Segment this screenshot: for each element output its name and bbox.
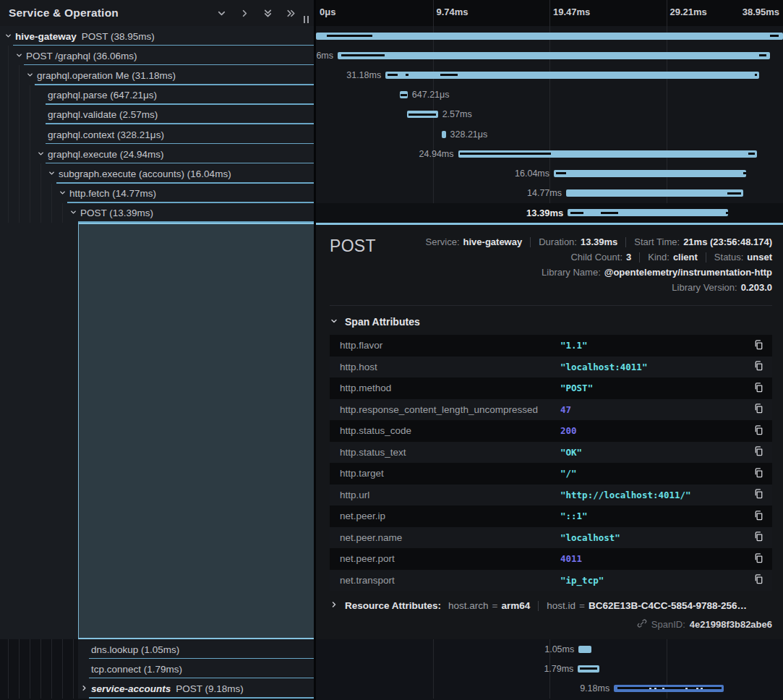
span-tree-row[interactable]: dns.lookup (1.05ms) xyxy=(0,639,314,659)
child-span-marker xyxy=(341,54,385,56)
span-timeline-row[interactable]: 9.18ms xyxy=(316,678,783,698)
resource-value: arm64 xyxy=(501,600,530,611)
meta-value: @opentelemetry/instrumentation-http xyxy=(604,267,772,278)
span-timeline-row[interactable]: 328.21μs xyxy=(316,124,783,144)
column-resize-handle[interactable] xyxy=(304,16,309,23)
chevron-down-icon[interactable] xyxy=(37,148,45,161)
resource-key: host.id xyxy=(547,600,576,611)
child-span-marker xyxy=(726,212,728,214)
copy-button[interactable] xyxy=(745,552,772,565)
link-icon[interactable] xyxy=(637,618,647,631)
span-tree-row[interactable]: POST /graphql (36.06ms) xyxy=(0,46,314,65)
copy-button[interactable] xyxy=(745,467,772,480)
span-timeline-row[interactable]: 31.18ms xyxy=(316,65,783,85)
copy-button[interactable] xyxy=(745,531,772,544)
double-chevron-down-icon[interactable] xyxy=(262,8,273,19)
meta-separator xyxy=(625,237,626,247)
attribute-row: http.status_code200 xyxy=(330,420,772,442)
meta-separator xyxy=(530,237,531,247)
copy-button[interactable] xyxy=(745,382,772,395)
chevron-down-icon[interactable] xyxy=(15,49,23,62)
indent-guide xyxy=(19,105,20,124)
span-tree-row[interactable]: graphql.validate (2.57ms) xyxy=(0,105,314,124)
meta-label: Status: xyxy=(714,252,743,263)
copy-button[interactable] xyxy=(745,510,772,523)
span-duration-label: 16.04ms xyxy=(515,168,549,179)
chevron-right-icon[interactable] xyxy=(80,682,88,695)
span-timeline-row[interactable]: 6ms xyxy=(316,46,783,65)
indent-guide xyxy=(19,659,20,678)
span-duration-label: 14.77ms xyxy=(527,188,562,198)
span-tree-row[interactable]: tcp.connect (1.79ms) xyxy=(0,659,314,678)
span-tree-row[interactable]: hive-gatewayPOST (38.95ms) xyxy=(0,26,314,46)
span-detail-panel: POST Service:hive-gatewayDuration:13.39m… xyxy=(316,223,783,639)
copy-button[interactable] xyxy=(745,360,772,373)
span-timeline-row[interactable]: 2.57ms xyxy=(316,105,783,124)
span-tree-row[interactable]: service-accountsPOST (9.18ms) xyxy=(0,678,314,698)
chevron-down-icon[interactable] xyxy=(48,167,56,180)
span-duration-label: 24.94ms xyxy=(419,149,454,159)
attribute-row: http.flavor"1.1" xyxy=(330,335,772,357)
span-timeline-row[interactable]: 24.94ms xyxy=(316,144,783,163)
indent-guide xyxy=(19,163,20,183)
span-timeline-row[interactable]: 647.21μs xyxy=(316,85,783,105)
copy-button[interactable] xyxy=(745,424,772,438)
span-bar[interactable] xyxy=(566,189,743,197)
indent-guide xyxy=(30,124,30,144)
span-name-label: graphql.validate (2.57ms) xyxy=(48,109,158,120)
span-tree-row[interactable]: graphql.execute (24.94ms) xyxy=(0,144,314,163)
span-name-label: graphql.parse (647.21μs) xyxy=(48,90,157,101)
chevron-down-icon[interactable] xyxy=(26,69,34,82)
copy-button[interactable] xyxy=(745,488,772,501)
attribute-row: net.peer.port4011 xyxy=(330,548,772,570)
chevron-down-icon[interactable] xyxy=(59,187,67,200)
span-bar[interactable] xyxy=(338,52,770,59)
span-tree-row[interactable]: http.fetch (14.77ms) xyxy=(0,184,314,203)
copy-button[interactable] xyxy=(745,403,772,416)
span-tree-row[interactable]: graphql.context (328.21μs) xyxy=(0,124,314,144)
span-tree-row[interactable]: graphql.operation Me (31.18ms) xyxy=(0,65,314,85)
span-timeline-row[interactable]: 1.79ms xyxy=(316,659,783,678)
detail-divider xyxy=(330,305,772,306)
span-bar[interactable] xyxy=(316,33,783,40)
span-bar[interactable] xyxy=(554,170,746,177)
child-span-marker xyxy=(601,212,618,214)
attribute-key: net.peer.port xyxy=(330,553,560,564)
span-bar[interactable] xyxy=(578,646,591,653)
indent-guide xyxy=(19,124,20,144)
resource-attributes-toggle[interactable]: Resource Attributes: host.arch=arm64host… xyxy=(330,600,772,611)
copy-button[interactable] xyxy=(745,339,772,352)
child-span-marker xyxy=(743,172,745,174)
attribute-key: http.target xyxy=(330,468,560,479)
span-bar[interactable] xyxy=(568,209,728,216)
span-tree-row[interactable]: graphql.parse (647.21μs) xyxy=(0,85,314,105)
span-timeline-row[interactable] xyxy=(316,26,783,46)
copy-button[interactable] xyxy=(745,445,772,458)
span-name-label: dns.lookup (1.05ms) xyxy=(91,644,179,654)
meta-separator xyxy=(538,601,539,611)
child-span-dot xyxy=(649,688,651,689)
span-tree-row[interactable]: subgraph.execute (accounts) (16.04ms) xyxy=(0,163,314,183)
span-timeline-row[interactable]: 1.05ms xyxy=(316,639,783,659)
indent-guide xyxy=(62,639,63,659)
span-timeline-row[interactable]: 14.77ms xyxy=(316,184,783,203)
span-timeline-row[interactable]: 16.04ms xyxy=(316,163,783,183)
chevron-right-icon[interactable] xyxy=(239,8,250,19)
child-span-marker xyxy=(388,74,398,76)
copy-button[interactable] xyxy=(745,573,772,586)
chevron-down-icon[interactable] xyxy=(216,8,227,19)
chevron-down-icon[interactable] xyxy=(69,206,77,219)
span-timeline-row[interactable]: 13.39ms xyxy=(316,203,783,223)
span-name-label: tcp.connect (1.79ms) xyxy=(91,663,182,674)
indent-guide xyxy=(8,639,9,659)
detail-meta-line: Service:hive-gatewayDuration:13.39msStar… xyxy=(426,236,772,248)
span-bar[interactable] xyxy=(442,131,445,138)
span-tree-row[interactable]: POST (13.39ms) xyxy=(0,203,314,223)
double-chevron-right-icon[interactable] xyxy=(286,8,296,19)
attribute-value: "/" xyxy=(560,468,745,479)
indent-guide xyxy=(51,639,52,659)
chevron-down-icon[interactable] xyxy=(4,30,12,43)
service-name: service-accounts xyxy=(91,683,171,693)
span-attributes-toggle[interactable]: Span Attributes xyxy=(330,315,772,329)
indent-guide xyxy=(19,85,20,105)
